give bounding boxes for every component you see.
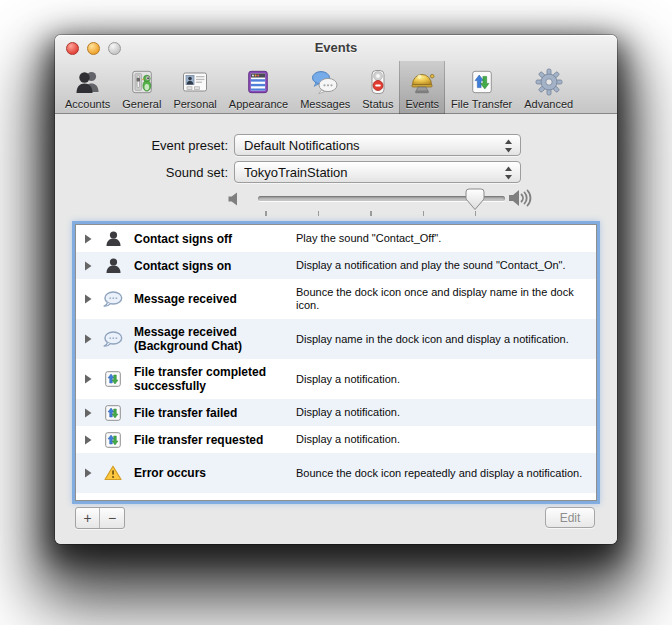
add-remove-segment: + − — [75, 507, 125, 529]
message-icon — [100, 291, 126, 308]
slider-tick — [265, 211, 267, 216]
volume-row — [55, 187, 617, 221]
event-title: Error occurs — [126, 466, 284, 480]
event-row-file-transfer-failed[interactable]: File transfer failed Display a notificat… — [76, 399, 596, 426]
slider-tick — [318, 211, 320, 216]
file-transfer-icon — [469, 67, 495, 97]
event-description: Bounce the dock icon repeatedly and disp… — [284, 467, 590, 480]
event-row-error-occurs[interactable]: Error occurs Bounce the dock icon repeat… — [76, 453, 596, 493]
remove-event-button[interactable]: − — [100, 508, 124, 528]
advanced-gear-icon — [535, 67, 563, 97]
disclosure-triangle-icon[interactable] — [84, 234, 100, 244]
event-title: Message received — [126, 292, 284, 306]
event-description: Display a notification. — [284, 373, 590, 386]
toolbar-item-label: File Transfer — [451, 98, 512, 110]
toolbar-item-accounts[interactable]: Accounts — [59, 61, 116, 114]
volume-slider-thumb[interactable] — [465, 188, 485, 211]
disclosure-triangle-icon[interactable] — [84, 261, 100, 271]
disclosure-triangle-icon[interactable] — [84, 374, 100, 384]
disclosure-triangle-icon[interactable] — [84, 435, 100, 445]
disclosure-triangle-icon[interactable] — [84, 408, 100, 418]
window-header: Events Accounts — [55, 35, 617, 114]
toolbar-item-advanced[interactable]: Advanced — [518, 61, 579, 114]
event-description: Play the sound "Contact_Off". — [284, 232, 590, 245]
sound-set-label: Sound set: — [55, 165, 228, 180]
toolbar-item-messages[interactable]: Messages — [294, 61, 356, 114]
content-area: Event preset: Default Notifications Soun… — [55, 115, 617, 544]
file-transfer-icon — [100, 432, 126, 448]
window-title: Events — [55, 40, 617, 55]
toolbar-item-status[interactable]: Status — [356, 61, 399, 114]
event-description: Display name in the dock icon and displa… — [284, 333, 590, 346]
general-icon — [129, 67, 155, 97]
event-preset-select[interactable]: Default Notifications — [234, 134, 521, 156]
popup-arrows-icon — [504, 166, 513, 184]
event-description: Display a notification and play the soun… — [284, 259, 590, 272]
event-title: File transfer requested — [126, 433, 284, 447]
disclosure-triangle-icon[interactable] — [84, 334, 100, 344]
desktop-background: Events Accounts — [0, 0, 672, 625]
footer-controls: + − Edit — [75, 507, 597, 529]
toolbar-item-label: Messages — [300, 98, 350, 110]
event-description: Display a notification. — [284, 433, 590, 446]
toolbar-item-label: Events — [405, 98, 439, 110]
contact-icon — [100, 230, 126, 247]
slider-tick — [370, 211, 372, 216]
event-preset-value: Default Notifications — [244, 138, 360, 153]
toolbar-item-general[interactable]: General — [116, 61, 167, 114]
volume-high-icon — [508, 188, 535, 212]
event-preset-label: Event preset: — [55, 138, 228, 153]
toolbar-item-label: General — [122, 98, 161, 110]
event-title: Contact signs off — [126, 232, 284, 246]
messages-icon — [311, 67, 339, 97]
warning-icon — [100, 465, 126, 481]
toolbar-item-events[interactable]: Events — [399, 61, 445, 114]
toolbar-item-label: Personal — [173, 98, 216, 110]
event-row-file-transfer-completed[interactable]: File transfer completed successfully Dis… — [76, 359, 596, 399]
file-transfer-icon — [100, 405, 126, 421]
toolbar-item-file-transfer[interactable]: File Transfer — [445, 61, 518, 114]
slider-tick — [423, 211, 425, 216]
event-row-contact-signs-off[interactable]: Contact signs off Play the sound "Contac… — [76, 225, 596, 252]
volume-low-icon — [227, 191, 243, 211]
add-event-button[interactable]: + — [76, 508, 100, 528]
accounts-icon — [74, 67, 102, 97]
slider-tick — [475, 211, 477, 216]
toolbar-item-personal[interactable]: Personal — [167, 61, 222, 114]
appearance-icon — [245, 67, 271, 97]
event-row-file-transfer-requested[interactable]: File transfer requested Display a notifi… — [76, 426, 596, 453]
toolbar-item-label: Appearance — [229, 98, 288, 110]
contact-icon — [100, 257, 126, 274]
popup-arrows-icon — [504, 139, 513, 157]
message-icon — [100, 331, 126, 348]
personal-icon — [181, 67, 209, 97]
event-title: File transfer failed — [126, 406, 284, 420]
disclosure-triangle-icon[interactable] — [84, 468, 100, 478]
event-title: Contact signs on — [126, 259, 284, 273]
toolbar-item-label: Advanced — [524, 98, 573, 110]
volume-slider[interactable] — [258, 187, 505, 221]
preferences-window: Events Accounts — [55, 35, 617, 544]
toolbar-item-label: Accounts — [65, 98, 110, 110]
event-description: Bounce the dock icon once and display na… — [284, 286, 590, 312]
toolbar-item-appearance[interactable]: Appearance — [223, 61, 294, 114]
disclosure-triangle-icon[interactable] — [84, 294, 100, 304]
toolbar-item-label: Status — [362, 98, 393, 110]
event-title: File transfer completed successfully — [126, 365, 284, 393]
file-transfer-icon — [100, 371, 126, 387]
event-title: Message received (Background Chat) — [126, 325, 284, 353]
event-row-message-received-background[interactable]: Message received (Background Chat) Displ… — [76, 319, 596, 359]
edit-button[interactable]: Edit — [545, 507, 595, 528]
sound-set-select[interactable]: TokyoTrainStation — [234, 161, 521, 183]
title-bar[interactable]: Events — [55, 35, 617, 61]
status-icon — [364, 67, 392, 97]
event-description: Display a notification. — [284, 406, 590, 419]
event-row-contact-signs-on[interactable]: Contact signs on Display a notification … — [76, 252, 596, 279]
toolbar: Accounts — [55, 61, 617, 114]
event-list: Contact signs off Play the sound "Contac… — [75, 224, 597, 501]
event-row-message-received[interactable]: Message received Bounce the dock icon on… — [76, 279, 596, 319]
events-icon — [408, 67, 436, 97]
sound-set-value: TokyoTrainStation — [244, 165, 348, 180]
